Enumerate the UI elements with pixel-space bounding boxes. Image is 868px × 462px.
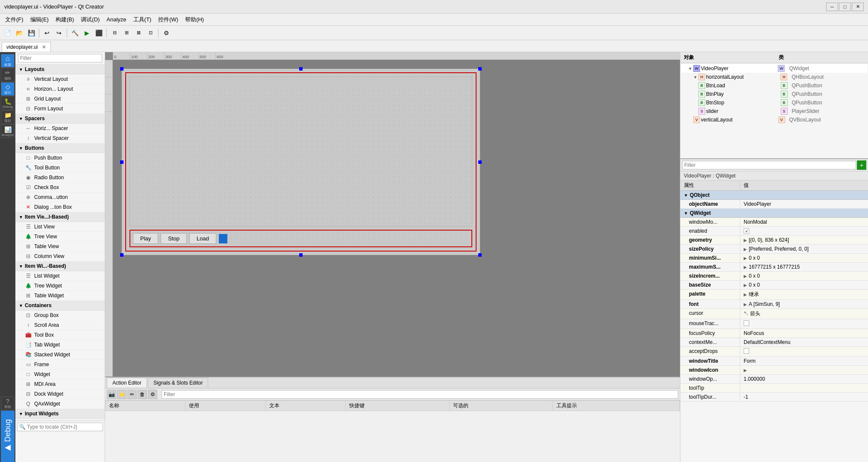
tab-videoplayer-ui[interactable]: videoplayer.ui ✕ bbox=[2, 42, 51, 52]
break-layout-button[interactable]: ⊡ bbox=[145, 27, 156, 38]
sidebar-item-push-button[interactable]: □ Push Button bbox=[15, 153, 105, 163]
open-button[interactable]: 📂 bbox=[14, 27, 25, 38]
minimize-button[interactable]: ─ bbox=[826, 3, 838, 11]
action-delete-btn[interactable]: 🗑 bbox=[138, 390, 147, 399]
menu-help[interactable]: 帮助(H) bbox=[182, 15, 207, 25]
prop-value-palette[interactable]: ▶ 继承 bbox=[740, 290, 868, 299]
redo-button[interactable]: ↪ bbox=[53, 27, 65, 38]
sidebar-item-dock-widget[interactable]: ⊟ Dock Widget bbox=[15, 389, 105, 399]
stop-button[interactable]: Stop bbox=[161, 233, 187, 244]
menu-analyze[interactable]: Analyze bbox=[103, 15, 129, 24]
sidebar-item-tree-widget[interactable]: 🌲 Tree Widget bbox=[15, 281, 105, 291]
prop-value-acceptdrops[interactable] bbox=[740, 347, 868, 356]
prop-value-mousetrac[interactable] bbox=[740, 319, 868, 329]
prop-value-geometry[interactable]: ▶ [(0, 0), 836 x 624] bbox=[740, 236, 868, 244]
menu-controls[interactable]: 控件(W) bbox=[155, 15, 182, 25]
vtool-help[interactable]: ? 帮助 bbox=[1, 397, 15, 410]
maximize-button[interactable]: □ bbox=[839, 3, 851, 11]
sidebar-group-layouts[interactable]: ▼ Layouts bbox=[15, 65, 105, 74]
obj-row-slider[interactable]: S slider S PlayerSlider bbox=[681, 107, 867, 116]
enabled-checkbox[interactable]: ✓ bbox=[744, 228, 749, 234]
vtool-debug[interactable]: 🐛 Debug bbox=[1, 96, 15, 110]
prop-value-basesize[interactable]: ▶ 0 x 0 bbox=[740, 281, 868, 289]
run-button[interactable]: ▶ bbox=[81, 27, 92, 38]
sidebar-item-command-button[interactable]: ⊕ Comma...utton bbox=[15, 192, 105, 202]
save-button[interactable]: 💾 bbox=[26, 27, 37, 38]
prop-value-contextme[interactable]: DefaultContextMenu bbox=[740, 338, 868, 346]
sidebar-item-group-box[interactable]: ⊡ Group Box bbox=[15, 311, 105, 320]
prop-value-windowtitle[interactable]: Form bbox=[740, 357, 868, 365]
sidebar-item-frame[interactable]: ▭ Frame bbox=[15, 360, 105, 370]
menu-edit[interactable]: 编辑(E) bbox=[27, 15, 52, 25]
design-canvas[interactable]: Play Stop Load bbox=[113, 60, 680, 376]
sidebar-item-column-view[interactable]: ⊟ Column View bbox=[15, 252, 105, 261]
prop-value-maxsize[interactable]: ▶ 16777215 x 16777215 bbox=[740, 263, 868, 271]
action-filter-input[interactable] bbox=[162, 390, 678, 399]
props-filter-input[interactable] bbox=[682, 161, 856, 169]
close-button[interactable]: ✕ bbox=[852, 3, 864, 11]
vtool-welcome[interactable]: ⌂ 欢迎 bbox=[1, 54, 15, 68]
sidebar-item-qax-widget[interactable]: Q QAxWidget bbox=[15, 399, 105, 409]
obj-row-btnstop[interactable]: B BtnStop B QPushButton bbox=[681, 98, 867, 107]
action-edit-btn[interactable]: ⭐ bbox=[117, 390, 127, 399]
layout-grid-button[interactable]: ⊠ bbox=[133, 27, 144, 38]
sidebar-item-horizontal-layout[interactable]: ≡ Horizon... Layout bbox=[15, 84, 105, 94]
menu-debug[interactable]: 调试(D) bbox=[77, 15, 103, 25]
prop-value-windowicon[interactable]: ▶ bbox=[740, 366, 868, 374]
prop-value-sizepolicy[interactable]: ▶ [Preferred, Preferred, 0, 0] bbox=[740, 245, 868, 253]
sidebar-filter-input[interactable] bbox=[18, 54, 102, 62]
sidebar-item-radio-button[interactable]: ◉ Radio Button bbox=[15, 173, 105, 183]
slider-handle[interactable] bbox=[219, 234, 227, 243]
build-button[interactable]: 🔨 bbox=[69, 27, 80, 38]
sidebar-item-dialog-button-box[interactable]: ✕ Dialog ...ton Box bbox=[15, 202, 105, 212]
prop-value-focuspolicy[interactable]: NoFocus bbox=[740, 329, 868, 338]
menu-build[interactable]: 构建(B) bbox=[52, 15, 77, 25]
vtool-edit[interactable]: ✏ 编辑 bbox=[1, 68, 15, 82]
stop-run-button[interactable]: ⬛ bbox=[93, 27, 104, 38]
new-button[interactable]: 📄 bbox=[2, 27, 13, 38]
prop-value-enabled[interactable]: ✓ bbox=[740, 227, 868, 235]
sidebar-group-item-widgets[interactable]: ▼ Item Wi...-Based) bbox=[15, 261, 105, 271]
sidebar-search-input[interactable] bbox=[17, 423, 103, 431]
sidebar-item-mdi-area[interactable]: ⊞ MDI Area bbox=[15, 379, 105, 389]
tab-action-editor[interactable]: Action Editor bbox=[107, 378, 147, 388]
sidebar-item-vspacer[interactable]: ↕ Vertical Spacer bbox=[15, 133, 105, 143]
sidebar-item-vertical-layout[interactable]: ≡ Vertical Layout bbox=[15, 74, 105, 84]
sidebar-item-table-widget[interactable]: ⊞ Table Widget bbox=[15, 291, 105, 301]
mousetrac-checkbox[interactable] bbox=[744, 320, 749, 326]
obj-row-videoplayer[interactable]: ▼ W VideoPlayer W QWidget bbox=[681, 64, 867, 73]
play-button[interactable]: Play bbox=[133, 233, 158, 244]
prop-value-tooltip[interactable] bbox=[740, 384, 868, 392]
settings-button[interactable]: ⚙ bbox=[161, 27, 172, 38]
sidebar-item-list-widget[interactable]: ☰ List Widget bbox=[15, 271, 105, 281]
prop-value-cursor[interactable]: ↖ 箭头 bbox=[740, 309, 868, 319]
prop-value-windowop[interactable]: 1.000000 bbox=[740, 375, 868, 383]
menu-file[interactable]: 文件(F) bbox=[2, 15, 27, 25]
sidebar-item-list-view[interactable]: ☰ List View bbox=[15, 222, 105, 232]
vtool-design[interactable]: ◇ 设计 bbox=[1, 82, 15, 96]
sidebar-item-scroll-area[interactable]: ↕ Scroll Area bbox=[15, 320, 105, 330]
prop-value-font[interactable]: ▶ A [SimSun, 9] bbox=[740, 300, 868, 308]
action-copy-btn[interactable]: ✏ bbox=[127, 390, 137, 399]
sidebar-group-buttons[interactable]: ▼ Buttons bbox=[15, 143, 105, 153]
action-settings-btn[interactable]: ⚙ bbox=[148, 390, 157, 399]
menu-tools[interactable]: 工具(T) bbox=[130, 15, 155, 25]
sidebar-item-stacked-widget[interactable]: 📚 Stacked Widget bbox=[15, 350, 105, 360]
tab-signals-slots[interactable]: Signals & Slots Editor bbox=[148, 378, 208, 388]
prop-value-windowmo[interactable]: NonModal bbox=[740, 218, 868, 226]
vtool-debug-run[interactable]: ▶ Debug bbox=[1, 411, 15, 462]
sidebar-item-check-box[interactable]: ☑ Check Box bbox=[15, 183, 105, 192]
layout-v-button[interactable]: ⊞ bbox=[121, 27, 132, 38]
load-button[interactable]: Load bbox=[189, 233, 216, 244]
prop-value-objectname[interactable]: VideoPlayer bbox=[740, 200, 868, 208]
tab-close-icon[interactable]: ✕ bbox=[42, 44, 46, 50]
sidebar-item-tab-widget[interactable]: 📑 Tab Widget bbox=[15, 340, 105, 350]
layout-h-button[interactable]: ⊟ bbox=[109, 27, 120, 38]
props-add-button[interactable]: + bbox=[857, 160, 866, 170]
vtool-project[interactable]: 📁 项目 bbox=[1, 110, 15, 124]
action-new-btn[interactable]: 📷 bbox=[107, 390, 116, 399]
obj-row-btnload[interactable]: B BtnLoad B QPushButton bbox=[681, 81, 867, 90]
obj-row-vlayout[interactable]: V verticalLayout V QVBoxLayout bbox=[681, 116, 867, 124]
sidebar-item-hspacer[interactable]: ↔ Horiz... Spacer bbox=[15, 124, 105, 133]
sidebar-item-form-layout[interactable]: ⊟ Form Layout bbox=[15, 104, 105, 114]
